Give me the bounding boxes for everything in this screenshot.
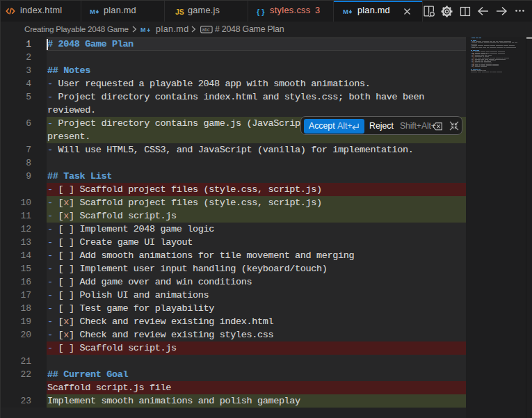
svg-text:M: M [140,26,146,33]
svg-text:abc: abc [202,27,210,32]
svg-text:M: M [90,8,95,15]
svg-text:JS: JS [175,8,184,16]
svg-text:M: M [343,8,348,15]
svg-text:{ }: { } [257,8,265,16]
